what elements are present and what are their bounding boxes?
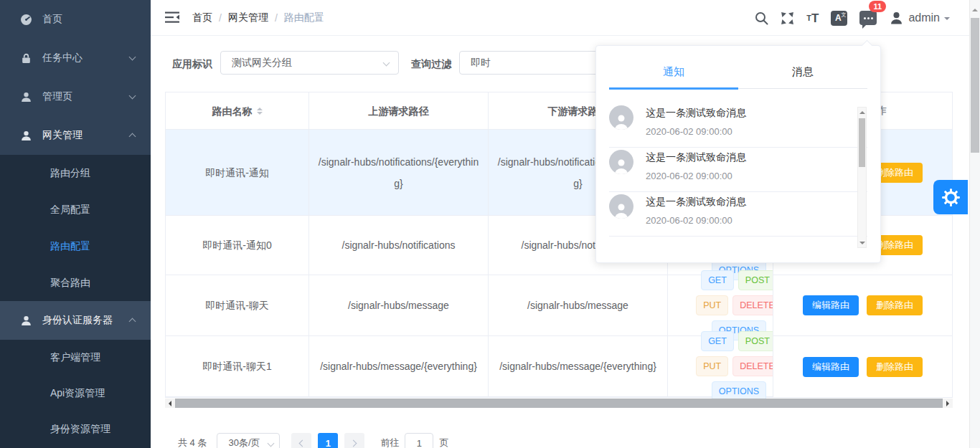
table-horizontal-scrollbar[interactable] <box>165 399 953 408</box>
font-size-small: T <box>806 14 811 22</box>
edit-route-button[interactable]: 编辑路由 <box>803 357 859 377</box>
notification-title: 这是一条测试致命消息 <box>646 196 746 209</box>
sidebar-item-home[interactable]: 首页 <box>0 0 151 39</box>
sidebar-item-admin-page[interactable]: 管理页 <box>0 77 151 116</box>
sidebar-item-global-config[interactable]: 全局配置 <box>0 191 151 228</box>
notification-time: 2020-06-02 09:00:00 <box>646 171 746 181</box>
avatar-icon <box>889 11 904 26</box>
upstream-path-cell: /signalr-hubs/notifications/{everything} <box>309 130 489 215</box>
scroll-down-icon[interactable] <box>858 238 866 247</box>
next-page-button[interactable] <box>344 433 364 448</box>
notification-scrollbar[interactable] <box>857 107 867 248</box>
notification-item[interactable]: 这是一条测试致命消息 2020-06-02 09:00:00 <box>609 103 867 148</box>
notification-scroll-thumb[interactable] <box>859 118 865 167</box>
fullscreen-icon[interactable] <box>781 11 794 25</box>
chevron-left-icon <box>299 439 306 447</box>
tab-messages[interactable]: 消息 <box>738 56 867 88</box>
method-tag: GET <box>701 270 734 290</box>
chevron-down-icon <box>129 54 136 61</box>
topbar-actions: TT A文 11 admin <box>755 0 950 36</box>
sub-item-label: 身份资源管理 <box>50 423 110 436</box>
chevron-down-icon <box>383 59 390 67</box>
settings-drawer-button[interactable] <box>933 180 968 214</box>
upstream-path-cell: /signalr-hubs/message <box>309 275 489 335</box>
sidebar-submenu-identity: 客户端管理 Api资源管理 身份资源管理 <box>0 340 151 448</box>
notification-item[interactable]: 这是一条测试致命消息 2020-06-02 09:00:00 <box>609 192 867 237</box>
edit-route-button[interactable]: 编辑路由 <box>803 295 859 315</box>
delete-route-button[interactable]: 删除路由 <box>867 357 923 377</box>
column-header-route-name[interactable]: 路由名称 <box>166 92 309 129</box>
sidebar-item-identity-resources[interactable]: 身份资源管理 <box>0 411 151 447</box>
font-size-large: T <box>811 12 819 24</box>
chevron-right-icon <box>350 439 357 447</box>
user-menu[interactable]: admin <box>889 11 950 26</box>
app-root: 首页 任务中心 管理页 网关管理 路由分组 全局配置 路由配置 聚合路由 身份认… <box>0 0 980 448</box>
sub-item-label: 路由分组 <box>50 167 90 180</box>
sidebar-item-gateway[interactable]: 网关管理 <box>0 116 151 155</box>
sort-icon[interactable] <box>257 105 263 118</box>
notification-title: 这是一条测试致命消息 <box>646 107 746 120</box>
page-size-value: 30条/页 <box>228 437 260 448</box>
sidebar-item-api-resources[interactable]: Api资源管理 <box>0 376 151 411</box>
sidebar-item-client-mgmt[interactable]: 客户端管理 <box>0 340 151 376</box>
sidebar-item-tasks[interactable]: 任务中心 <box>0 39 151 77</box>
pagination-total: 共 4 条 <box>178 437 207 448</box>
sidebar-item-label: 首页 <box>42 13 62 26</box>
horizontal-scroll-thumb[interactable] <box>175 399 943 408</box>
sidebar-item-route-config[interactable]: 路由配置 <box>0 228 151 264</box>
notification-item[interactable]: 这是一条测试致命消息 2020-06-02 09:00:00 <box>609 148 867 192</box>
scroll-left-icon[interactable] <box>165 399 175 408</box>
method-tag: POST <box>738 331 777 351</box>
current-page-button[interactable]: 1 <box>318 433 338 448</box>
topbar: 首页 / 网关管理 / 路由配置 TT A文 11 <box>151 0 980 36</box>
sub-item-label: 聚合路由 <box>50 277 90 290</box>
translate-icon[interactable]: A文 <box>831 11 847 26</box>
gear-icon <box>941 188 961 207</box>
breadcrumb-gateway[interactable]: 网关管理 <box>228 11 268 24</box>
column-label: 上游请求路径 <box>369 105 429 118</box>
method-tag: POST <box>738 270 777 290</box>
search-icon[interactable] <box>755 11 768 25</box>
sidebar-collapse-icon[interactable] <box>165 11 181 24</box>
sidebar-item-identity-server[interactable]: 身份认证服务器 <box>0 301 151 340</box>
scroll-right-icon[interactable] <box>943 399 953 408</box>
vertical-scroll-thumb[interactable] <box>971 18 979 153</box>
messages-button[interactable]: 11 <box>859 11 877 25</box>
notification-time: 2020-06-02 09:00:00 <box>646 215 746 226</box>
chevron-up-icon <box>129 318 136 325</box>
page-vertical-scrollbar[interactable] <box>969 0 980 448</box>
page-size-select[interactable]: 30条/页 <box>217 433 280 448</box>
font-size-icon[interactable]: TT <box>806 12 819 24</box>
user-icon <box>20 315 32 327</box>
downstream-path-cell: /signalr-hubs/message <box>489 275 668 335</box>
goto-page-input[interactable] <box>405 434 433 448</box>
scroll-up-icon[interactable] <box>972 6 978 11</box>
breadcrumb-home[interactable]: 首页 <box>192 11 212 24</box>
username: admin <box>908 11 940 24</box>
notification-text: 这是一条测试致命消息 2020-06-02 09:00:00 <box>646 150 746 191</box>
sidebar-item-route-groups[interactable]: 路由分组 <box>0 155 151 191</box>
delete-route-button[interactable]: 删除路由 <box>867 295 923 315</box>
avatar-icon <box>609 194 633 219</box>
route-name-cell: 即时通讯-通知 <box>166 130 309 215</box>
lock-icon <box>20 52 32 65</box>
message-bubble-icon <box>859 11 877 25</box>
translate-cjk: 文 <box>841 11 846 19</box>
sub-item-label: 全局配置 <box>50 204 90 216</box>
method-tag: PUT <box>696 356 728 376</box>
pagination: 共 4 条 30条/页 1 前往 页 <box>178 433 448 448</box>
chevron-down-icon <box>129 92 136 100</box>
sidebar-item-aggregate-routes[interactable]: 聚合路由 <box>0 264 151 301</box>
sub-item-label: Api资源管理 <box>50 387 105 400</box>
tab-notifications[interactable]: 通知 <box>609 56 738 88</box>
app-id-select[interactable]: 测试网关分组 <box>220 51 399 75</box>
breadcrumb-current: 路由配置 <box>284 11 324 24</box>
query-filter-label: 查询过滤 <box>411 58 451 71</box>
sidebar-item-label: 任务中心 <box>42 52 83 65</box>
notification-list: 这是一条测试致命消息 2020-06-02 09:00:00 这是一条测试致命消… <box>609 89 867 237</box>
caret-down-icon <box>944 17 950 23</box>
prev-page-button[interactable] <box>291 433 311 448</box>
scroll-up-icon[interactable] <box>858 108 866 117</box>
notification-tabs: 通知 消息 <box>609 56 867 89</box>
column-label: 路由名称 <box>212 105 253 118</box>
